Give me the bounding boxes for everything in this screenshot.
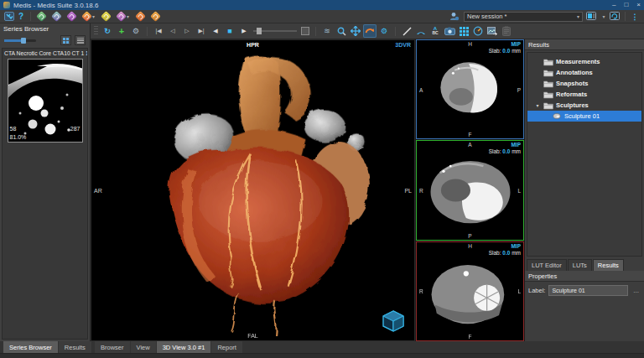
frame-box-icon[interactable] (301, 27, 309, 35)
app-icon-5[interactable]: ▾ (102, 13, 110, 20)
sidebar-tab[interactable]: Series Browser (3, 341, 58, 353)
viewport-3d[interactable]: HPR 3DVR AR PL FAL (91, 39, 415, 341)
step-back-icon[interactable]: ◁ (166, 24, 179, 38)
gauge-clock-icon[interactable] (471, 24, 485, 38)
series-thumbnail[interactable]: 58 287 81.0% (8, 59, 83, 143)
window-titlebar: Medis - Medis Suite 3.0.18.6 – □ × (0, 0, 644, 10)
slab-thickness-label: Slab: 0.0 mm (489, 148, 521, 154)
thumbnail-size-slider[interactable] (4, 39, 36, 42)
rotate-tool-icon[interactable] (363, 24, 377, 38)
maximize-button[interactable]: □ (624, 1, 628, 9)
help-button[interactable]: ? (15, 11, 27, 23)
layout-grid-icon[interactable] (457, 24, 470, 38)
results-panel-title: Results (525, 39, 644, 50)
tree-expand-icon[interactable]: ▾ (534, 102, 541, 108)
skip-first-icon[interactable]: |◀ (152, 24, 165, 38)
zoom-tool-icon[interactable] (335, 24, 348, 38)
orientation-label-right: P (517, 86, 521, 92)
mip-viewport-3[interactable]: H MIP Slab: 0.0 mm R L F (416, 241, 524, 341)
orientation-label-left: AR (94, 188, 102, 194)
more-button[interactable]: ... (631, 287, 641, 294)
app-icon-2[interactable]: ▾ (53, 13, 60, 20)
app-icon-1[interactable]: ▾ (38, 13, 45, 20)
orientation-label-right: PL (404, 188, 412, 194)
measure-line-icon[interactable] (400, 24, 413, 38)
sidebar-tab[interactable]: Results (59, 341, 91, 353)
separator (395, 27, 396, 36)
mip-viewport-2[interactable]: A MIP Slab: 0.0 mm R L P (416, 140, 524, 240)
frame-slider[interactable] (253, 24, 297, 38)
tree-item-selected[interactable]: Sculpture 01 (527, 111, 641, 122)
tree-item[interactable]: Snapshots (527, 78, 641, 89)
view-tab[interactable]: View (131, 341, 156, 353)
session-value: New session * (467, 13, 577, 20)
close-button[interactable]: × (636, 1, 641, 9)
snapshot-camera-icon[interactable] (443, 24, 456, 38)
panel-tab[interactable]: Results (593, 259, 624, 271)
app-launcher-row: ▾ ▾ ▾ ▾ ▾ (38, 13, 159, 20)
dock-panels-icon[interactable] (3, 11, 15, 23)
angle-tool-icon[interactable] (414, 24, 428, 38)
series-label: CTA Necrotic Core CTA10 CT 1 18-... (3, 49, 87, 57)
play-icon[interactable]: ▶ (237, 24, 251, 38)
mip-mode-label: MIP (511, 142, 521, 148)
slab-thickness-label: Slab: 0.0 mm (489, 250, 521, 256)
annotation-tool-icon[interactable]: ABC (428, 24, 442, 38)
results-panel-tabs: LUT Editor LUTs Results (525, 258, 644, 271)
tree-item[interactable]: Measurements (527, 56, 641, 67)
settings-gear-icon[interactable]: ⚙ (129, 24, 143, 38)
export-image-icon[interactable] (486, 24, 499, 38)
reset-layout-button[interactable] (610, 11, 621, 23)
sidebar-tabs: Series Browser Results (0, 341, 91, 353)
stop-icon[interactable]: ■ (223, 24, 236, 38)
orientation-cube-icon[interactable] (381, 309, 406, 334)
toolbar-grip[interactable] (94, 26, 98, 36)
volume-rendered-heart-image (122, 44, 384, 335)
mip-viewport-1[interactable]: H MIP Slab: 0.0 mm A P F (416, 39, 524, 139)
view-tab[interactable]: 3D View 3.0 #1 (157, 341, 211, 353)
skip-last-icon[interactable]: ▶| (195, 24, 208, 38)
pan-tool-icon[interactable] (349, 24, 362, 38)
tree-item[interactable]: Reformats (527, 89, 641, 100)
panel-tab[interactable]: LUTs (568, 259, 592, 271)
view-tab[interactable]: Browser (95, 341, 130, 353)
reset-view-icon[interactable]: ↻ (101, 24, 114, 38)
tree-item[interactable]: ▾ Sculptures (527, 100, 641, 111)
chevron-down-icon[interactable]: ▾ (598, 11, 610, 23)
orientation-label-left: A (419, 86, 423, 92)
render-mode-label: 3DVR (395, 42, 411, 48)
app-icon-4[interactable]: ▾ (83, 13, 95, 20)
mip-mode-label: MIP (511, 243, 521, 249)
orientation-label-left: R (419, 187, 423, 193)
separator (30, 12, 31, 21)
application-toolbar: ? ▾ ▾ ▾ ▾ (0, 10, 644, 23)
orientation-label-top: H (468, 41, 472, 47)
panel-tab[interactable]: LUT Editor (527, 259, 567, 271)
minimize-button[interactable]: – (612, 1, 615, 9)
app-icon-3[interactable]: ▾ (68, 13, 75, 20)
monitor-refresh-icon (610, 12, 621, 22)
session-selector[interactable]: New session * ▾ (464, 12, 583, 22)
orientation-label-right: L (517, 288, 521, 294)
slab-thickness-label: Slab: 0.0 mm (489, 48, 521, 54)
crosshair-icon[interactable]: + (115, 24, 128, 38)
step-forward-icon[interactable]: ▷ (180, 24, 194, 38)
layout-monitor-button[interactable] (586, 11, 598, 23)
application-window: Medis - Medis Suite 3.0.18.6 – □ × ? ▾ (0, 0, 644, 358)
label-input[interactable]: Sculpture 01 (548, 285, 628, 296)
app-icon-8[interactable]: ▾ (152, 13, 159, 20)
tree-item[interactable]: Annotations (527, 67, 641, 78)
properties-title: Properties (525, 271, 644, 282)
list-view-button[interactable] (75, 35, 86, 45)
slab-layers-icon[interactable]: ≋ (320, 24, 334, 38)
app-icon-6[interactable]: ▾ (117, 13, 129, 20)
app-icon-7[interactable]: ▾ (137, 13, 144, 20)
render-settings-icon[interactable]: ⚙ (377, 24, 391, 38)
paste-icon[interactable] (500, 24, 513, 38)
grid-view-button[interactable] (60, 35, 71, 45)
orientation-label-top: HPR (247, 42, 259, 48)
play-reverse-icon[interactable]: ◀ (209, 24, 222, 38)
mip-image-2 (423, 147, 518, 233)
overflow-menu-button[interactable]: ⋮ (629, 11, 641, 23)
view-tab[interactable]: Report (211, 341, 242, 353)
